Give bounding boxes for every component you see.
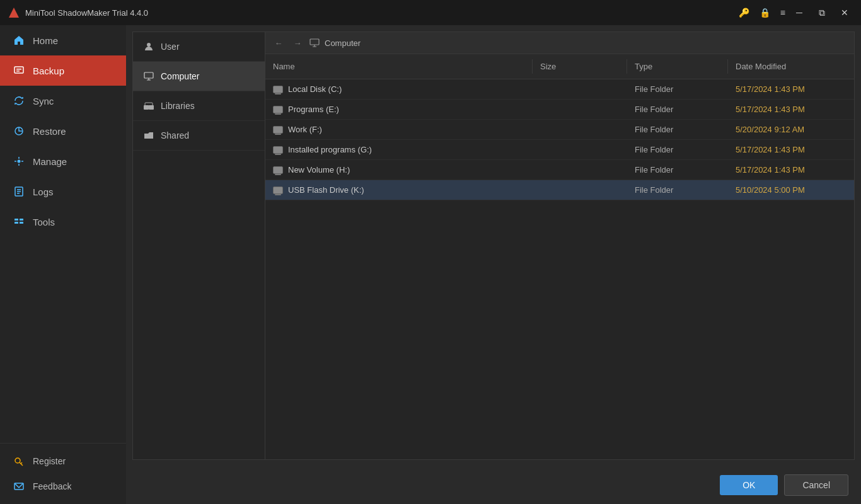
col-date[interactable]: Date Modified (728, 59, 854, 74)
file-list: Local Disk (C:) File Folder 5/17/2024 1:… (265, 79, 854, 459)
libraries-icon (143, 100, 154, 112)
home-icon (13, 34, 25, 47)
restore-icon (13, 125, 25, 137)
col-size[interactable]: Size (533, 59, 627, 74)
drive-icon (273, 146, 283, 154)
drive-icon (273, 186, 283, 194)
tools-icon (13, 215, 25, 228)
feedback-mail-icon (13, 480, 25, 493)
file-date-cell: 5/20/2024 9:12 AM (728, 125, 854, 134)
tree-item-shared[interactable]: Shared (133, 121, 265, 151)
file-name-cell: Local Disk (C:) (265, 84, 533, 94)
tree-item-libraries[interactable]: Libraries (133, 91, 265, 121)
backup-icon (13, 64, 25, 77)
sidebar-item-register[interactable]: Register (0, 449, 126, 474)
svg-rect-11 (14, 222, 18, 224)
file-date-cell: 5/17/2024 1:43 PM (728, 84, 854, 94)
lock-icon[interactable]: 🔒 (760, 8, 770, 18)
app-title: MiniTool ShadowMaker Trial 4.4.0 (25, 8, 739, 18)
svg-point-5 (18, 160, 21, 163)
file-date-cell: 5/17/2024 1:43 PM (728, 145, 854, 154)
minimize-button[interactable]: ─ (790, 4, 808, 21)
title-bar-icons: 🔑 🔒 ≡ (739, 8, 785, 18)
app-logo (8, 6, 20, 19)
logs-icon (13, 185, 25, 198)
svg-rect-17 (144, 72, 153, 78)
file-name-cell: Installed programs (G:) (265, 145, 533, 154)
bottom-bar: OK Cancel (126, 466, 861, 504)
svg-rect-1 (14, 67, 23, 73)
file-type-cell: File Folder (627, 185, 728, 195)
sidebar-item-logs[interactable]: Logs (0, 176, 126, 207)
title-bar: MiniTool ShadowMaker Trial 4.4.0 🔑 🔒 ≡ ─… (0, 0, 861, 25)
register-key-icon (13, 455, 25, 467)
table-row[interactable]: USB Flash Drive (K:) File Folder 5/10/20… (265, 180, 854, 200)
table-row[interactable]: Programs (E:) File Folder 5/17/2024 1:43… (265, 100, 854, 120)
file-name-cell: Programs (E:) (265, 105, 533, 114)
close-button[interactable]: ✕ (836, 4, 853, 21)
file-date-cell: 5/10/2024 5:00 PM (728, 185, 854, 195)
key-icon[interactable]: 🔑 (739, 8, 749, 18)
restore-button[interactable]: ⧉ (813, 4, 831, 21)
file-type-cell: File Folder (627, 105, 728, 114)
svg-rect-21 (310, 39, 319, 45)
file-panel: ← → Computer Name (265, 32, 854, 459)
sidebar: Home Backup Sync (0, 25, 126, 504)
sidebar-bottom: Register Feedback (0, 443, 126, 504)
shared-folder-icon (143, 130, 154, 141)
sidebar-item-manage[interactable]: Manage (0, 146, 126, 176)
monitor-icon (309, 38, 320, 47)
svg-rect-3 (16, 71, 20, 72)
tree-item-computer[interactable]: Computer (133, 62, 265, 91)
tree-panel: User Computer (133, 32, 265, 459)
svg-point-14 (15, 458, 20, 463)
address-location: Computer (309, 38, 361, 48)
sidebar-item-tools[interactable]: Tools (0, 207, 126, 237)
forward-button[interactable]: → (291, 36, 304, 50)
computer-icon (143, 71, 154, 82)
cancel-button[interactable]: Cancel (784, 474, 848, 496)
drive-icon (273, 126, 283, 134)
sidebar-item-restore[interactable]: Restore (0, 116, 126, 146)
drive-icon (273, 86, 283, 93)
main-layout: Home Backup Sync (0, 25, 861, 504)
sync-icon (13, 94, 25, 107)
menu-icon[interactable]: ≡ (780, 8, 785, 18)
drive-icon (273, 106, 283, 113)
file-type-cell: File Folder (627, 145, 728, 154)
sidebar-item-sync[interactable]: Sync (0, 86, 126, 116)
svg-rect-2 (16, 69, 21, 70)
file-date-cell: 5/17/2024 1:43 PM (728, 105, 854, 114)
address-bar: ← → Computer (265, 32, 854, 54)
file-name-cell: New Volume (H:) (265, 165, 533, 175)
svg-point-16 (147, 43, 151, 47)
sidebar-item-feedback[interactable]: Feedback (0, 474, 126, 499)
table-row[interactable]: Local Disk (C:) File Folder 5/17/2024 1:… (265, 79, 854, 100)
column-headers: Name Size Type Date Modified (265, 54, 854, 79)
table-row[interactable]: Installed programs (G:) File Folder 5/17… (265, 140, 854, 160)
sidebar-item-home[interactable]: Home (0, 25, 126, 55)
sidebar-item-backup[interactable]: Backup (0, 55, 126, 86)
svg-rect-10 (14, 219, 18, 220)
file-browser: User Computer (132, 32, 855, 460)
window-controls: ─ ⧉ ✕ (790, 4, 853, 21)
user-icon (143, 41, 154, 52)
col-type[interactable]: Type (627, 59, 728, 74)
svg-rect-12 (20, 219, 23, 220)
ok-button[interactable]: OK (720, 475, 778, 495)
svg-rect-13 (20, 222, 23, 224)
file-name-cell: USB Flash Drive (K:) (265, 185, 533, 195)
file-type-cell: File Folder (627, 165, 728, 175)
drive-icon (273, 166, 283, 174)
table-row[interactable]: Work (F:) File Folder 5/20/2024 9:12 AM (265, 120, 854, 140)
tree-item-user[interactable]: User (133, 32, 265, 62)
svg-marker-0 (9, 8, 19, 18)
manage-icon (13, 155, 25, 168)
content-area: User Computer (126, 25, 861, 504)
back-button[interactable]: ← (272, 36, 286, 50)
file-type-cell: File Folder (627, 84, 728, 94)
col-name[interactable]: Name (265, 59, 533, 74)
file-date-cell: 5/17/2024 1:43 PM (728, 165, 854, 175)
file-name-cell: Work (F:) (265, 125, 533, 134)
table-row[interactable]: New Volume (H:) File Folder 5/17/2024 1:… (265, 160, 854, 180)
